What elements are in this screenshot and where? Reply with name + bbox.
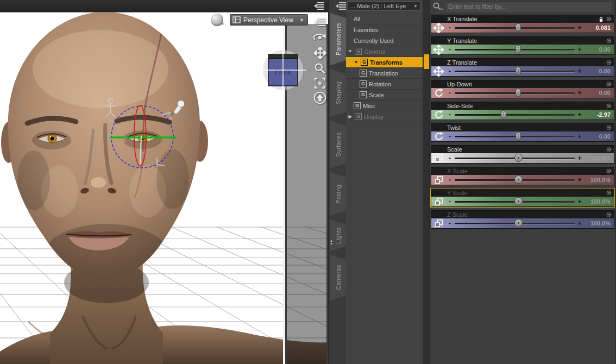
tree-item-scale[interactable]: GScale [346,90,423,101]
parameter-value[interactable]: 100.0% [583,198,614,205]
parameter-slider[interactable]: -+-2.97 [431,110,614,120]
parameter-slider[interactable]: -+0.00 [431,131,614,141]
parameter-slider[interactable]: -+100.0% [431,218,614,228]
gear-icon[interactable] [606,124,612,131]
increment-button[interactable]: + [576,175,583,185]
frame-selection-button[interactable] [312,76,328,90]
decrement-button[interactable]: - [446,88,454,98]
parameter-value[interactable]: 100.0% [583,177,614,183]
viewport-render[interactable]: Front [0,12,328,364]
slider-track[interactable] [454,153,576,163]
slider-handle[interactable] [516,45,521,53]
increment-button[interactable]: + [576,45,583,54]
tree-item-favorites[interactable]: Favorites [346,24,423,35]
viewport-pane-menu-icon[interactable] [314,2,325,10]
slider-track[interactable] [454,218,576,228]
slider-handle[interactable] [514,219,523,227]
slider-track[interactable] [454,131,576,141]
decrement-button[interactable]: - [446,197,454,206]
slider-handle[interactable] [516,89,521,97]
expanded-triangle-icon[interactable]: ▼ [354,60,359,65]
slider-track[interactable] [454,175,576,185]
gear-icon[interactable] [606,59,612,66]
parameter-slider[interactable]: -+0.00 [431,88,614,98]
decrement-button[interactable]: - [446,153,454,163]
tab-surfaces[interactable]: Surfaces [330,121,346,168]
viewport-3d[interactable]: Front ▾ Perspective View ▼ [0,0,328,364]
tree-item-transforms[interactable]: ▼GTransforms [346,57,423,68]
decrement-button[interactable]: - [446,131,454,141]
parameter-slider[interactable]: -+100.0% [431,175,614,185]
pane-collapse-handle[interactable]: ▴▾ [328,238,335,247]
pan-camera-button[interactable] [312,46,328,60]
parameter-slider[interactable]: -+100.0% [431,153,614,163]
view-cube[interactable]: Front [260,46,309,96]
slider-handle[interactable] [514,197,523,205]
collapsed-triangle-icon[interactable]: ▶ [348,114,353,119]
slider-handle[interactable] [516,23,521,32]
decrement-button[interactable]: - [446,218,454,228]
gear-icon[interactable] [606,16,612,22]
home-view-button[interactable] [312,90,328,105]
tree-item-misc[interactable]: GMisc [346,101,423,111]
increment-button[interactable]: + [576,66,583,76]
tree-item-general[interactable]: ▼GGeneral [346,46,423,57]
slider-handle[interactable] [516,132,521,140]
parameter-slider[interactable]: -+0.00 [431,45,614,54]
parameter-slider[interactable]: -+0.081 [431,23,614,33]
decrement-button[interactable]: - [446,110,454,120]
increment-button[interactable]: + [576,218,583,228]
slider-handle[interactable] [516,67,521,75]
increment-button[interactable]: + [576,197,583,206]
filter-input[interactable] [445,2,611,11]
gear-icon[interactable] [606,211,612,218]
slider-handle[interactable] [514,154,523,162]
parameter-slider[interactable]: -+0.00 [431,66,614,76]
parameter-value[interactable]: 100.0% [583,155,614,161]
parameter-value[interactable]: 100.0% [583,220,614,227]
scene-pane-options-button[interactable] [312,15,328,29]
tab-posing[interactable]: Posing [330,172,346,216]
parameter-value[interactable]: 0.00 [583,90,614,96]
tree-item-all[interactable]: All [346,14,423,24]
parameter-value[interactable]: -2.97 [583,111,614,118]
gear-icon[interactable] [606,81,612,87]
gear-icon[interactable] [606,146,612,153]
view-rotate-ball-caret[interactable]: ▾ [222,22,224,27]
orbit-camera-button[interactable] [312,30,328,45]
tree-scrollbar-thumb[interactable] [424,54,429,69]
tab-shaping[interactable]: Shaping [330,69,346,117]
parameter-value[interactable]: 0.00 [583,133,614,140]
tree-item-display[interactable]: ▶GDisplay [346,111,423,122]
lock-icon[interactable] [599,16,604,22]
increment-button[interactable]: + [576,23,583,33]
slider-handle[interactable] [501,110,506,118]
increment-button[interactable]: + [576,131,583,141]
tab-parameters[interactable]: Parameters [330,13,346,65]
pane-menu-icon[interactable] [336,2,347,10]
slider-track[interactable] [454,23,576,33]
camera-view-dropdown[interactable]: Perspective View ▼ [230,14,308,26]
slider-track[interactable] [454,66,576,76]
tree-item-translation[interactable]: GTranslation [346,68,423,79]
parameter-value[interactable]: 0.00 [583,46,614,53]
tree-scrollbar[interactable] [423,0,430,364]
slider-handle[interactable] [514,175,523,184]
gear-icon[interactable] [606,168,612,174]
increment-button[interactable]: + [576,110,583,120]
tree-item-currently-used[interactable]: Currently Used [346,35,423,46]
node-selector-dropdown[interactable]: ... Male (2) : Left Eye ▼ [348,1,420,11]
tab-cameras[interactable]: Cameras [330,255,346,300]
slider-track[interactable] [454,45,576,54]
gear-icon[interactable] [606,103,612,109]
parameter-value[interactable]: 0.00 [583,68,614,74]
search-options-caret[interactable]: ▾ [441,7,443,11]
slider-track[interactable] [454,88,576,98]
decrement-button[interactable]: - [446,45,454,54]
slider-track[interactable] [454,110,576,120]
search-icon[interactable] [432,2,442,11]
parameter-slider[interactable]: -+100.0% [431,197,614,206]
decrement-button[interactable]: - [446,175,454,185]
decrement-button[interactable]: - [446,66,454,76]
increment-button[interactable]: + [576,88,583,98]
